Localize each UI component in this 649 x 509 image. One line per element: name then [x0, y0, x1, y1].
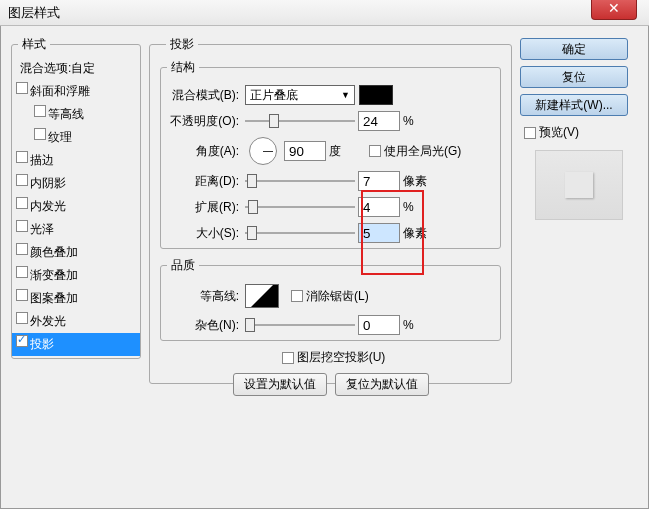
shadow-color-swatch[interactable] — [359, 85, 393, 105]
checkbox-icon — [16, 312, 28, 324]
checkbox-icon — [16, 243, 28, 255]
checkbox-icon — [16, 220, 28, 232]
styles-list-item[interactable]: 颜色叠加 — [12, 241, 140, 264]
list-item-label: 混合选项:自定 — [20, 61, 95, 75]
distance-row: 距离(D): 像素 — [161, 170, 500, 192]
angle-label: 角度(A): — [161, 143, 245, 160]
blend-mode-row: 混合模式(B): 正片叠底 ▼ — [161, 84, 500, 106]
blend-mode-combo[interactable]: 正片叠底 ▼ — [245, 85, 355, 105]
checkbox-checked-icon — [282, 352, 294, 364]
spread-row: 扩展(R): % — [161, 196, 500, 218]
size-row: 大小(S): 像素 — [161, 222, 500, 244]
styles-legend: 样式 — [18, 36, 50, 53]
list-item-label: 投影 — [30, 337, 54, 351]
list-item-label: 等高线 — [48, 107, 84, 121]
size-input[interactable] — [358, 223, 400, 243]
close-icon: ✕ — [608, 0, 620, 16]
styles-list-item[interactable]: 纹理 — [12, 126, 140, 149]
reset-button[interactable]: 复位 — [520, 66, 628, 88]
blend-mode-label: 混合模式(B): — [161, 87, 245, 104]
distance-slider[interactable] — [245, 174, 355, 188]
list-item-label: 描边 — [30, 153, 54, 167]
knockout-label: 图层挖空投影(U) — [297, 349, 386, 366]
knockout-checkbox[interactable]: 图层挖空投影(U) — [282, 349, 386, 366]
styles-panel: 样式 混合选项:自定斜面和浮雕等高线纹理描边内阴影内发光光泽颜色叠加渐变叠加图案… — [11, 36, 141, 498]
styles-list-item[interactable]: 等高线 — [12, 103, 140, 126]
preview-checkbox[interactable]: 预览(V) — [524, 124, 579, 141]
angle-input[interactable] — [284, 141, 326, 161]
opacity-row: 不透明度(O): % — [161, 110, 500, 132]
noise-label: 杂色(N): — [161, 317, 245, 334]
quality-group: 品质 等高线: 消除锯齿(L) 杂色(N): % — [160, 257, 501, 341]
ok-button[interactable]: 确定 — [520, 38, 628, 60]
opacity-slider[interactable] — [245, 114, 355, 128]
contour-picker[interactable] — [245, 284, 279, 308]
antialias-checkbox[interactable]: 消除锯齿(L) — [291, 288, 369, 305]
size-label: 大小(S): — [161, 225, 245, 242]
styles-list-item[interactable]: 内发光 — [12, 195, 140, 218]
list-item-label: 纹理 — [48, 130, 72, 144]
size-slider[interactable] — [245, 226, 355, 240]
global-light-checkbox[interactable]: 使用全局光(G) — [369, 143, 461, 160]
styles-list-item[interactable]: 描边 — [12, 149, 140, 172]
spread-slider[interactable] — [245, 200, 355, 214]
checkbox-icon — [16, 82, 28, 94]
checkbox-icon — [34, 128, 46, 140]
styles-list-item[interactable]: 内阴影 — [12, 172, 140, 195]
list-item-label: 颜色叠加 — [30, 245, 78, 259]
spread-unit: % — [403, 200, 437, 214]
styles-list-item[interactable]: 外发光 — [12, 310, 140, 333]
list-item-label: 渐变叠加 — [30, 268, 78, 282]
styles-list-item[interactable]: 渐变叠加 — [12, 264, 140, 287]
effect-legend: 投影 — [166, 36, 198, 53]
angle-dial[interactable] — [249, 137, 277, 165]
styles-fieldset: 样式 混合选项:自定斜面和浮雕等高线纹理描边内阴影内发光光泽颜色叠加渐变叠加图案… — [11, 36, 141, 359]
distance-label: 距离(D): — [161, 173, 245, 190]
checkbox-icon — [291, 290, 303, 302]
antialias-label: 消除锯齿(L) — [306, 288, 369, 305]
new-style-button[interactable]: 新建样式(W)... — [520, 94, 628, 116]
contour-row: 等高线: 消除锯齿(L) — [161, 282, 500, 310]
list-item-label: 图案叠加 — [30, 291, 78, 305]
angle-unit: 度 — [329, 143, 363, 160]
preview-swatch — [565, 172, 593, 198]
global-light-label: 使用全局光(G) — [384, 143, 461, 160]
list-item-label: 外发光 — [30, 314, 66, 328]
dialog-body: 样式 混合选项:自定斜面和浮雕等高线纹理描边内阴影内发光光泽颜色叠加渐变叠加图案… — [0, 26, 649, 509]
checkbox-icon — [369, 145, 381, 157]
reset-default-button[interactable]: 复位为默认值 — [335, 373, 429, 396]
size-unit: 像素 — [403, 225, 437, 242]
noise-slider[interactable] — [245, 318, 355, 332]
distance-input[interactable] — [358, 171, 400, 191]
checkbox-icon — [34, 105, 46, 117]
list-item-label: 内阴影 — [30, 176, 66, 190]
checkbox-icon — [16, 151, 28, 163]
noise-input[interactable] — [358, 315, 400, 335]
opacity-input[interactable] — [358, 111, 400, 131]
opacity-label: 不透明度(O): — [161, 113, 245, 130]
preview-label: 预览(V) — [539, 124, 579, 141]
noise-unit: % — [403, 318, 437, 332]
chevron-down-icon: ▼ — [341, 90, 350, 100]
list-item-label: 光泽 — [30, 222, 54, 236]
styles-list-item[interactable]: 图案叠加 — [12, 287, 140, 310]
close-button[interactable]: ✕ — [591, 0, 637, 20]
checkbox-icon — [16, 174, 28, 186]
spread-input[interactable] — [358, 197, 400, 217]
styles-list-item[interactable]: 光泽 — [12, 218, 140, 241]
styles-list-item[interactable]: 投影 — [12, 333, 140, 356]
list-item-label: 斜面和浮雕 — [30, 84, 90, 98]
dialog-title: 图层样式 — [8, 4, 60, 22]
effect-fieldset: 投影 结构 混合模式(B): 正片叠底 ▼ 不透明度(O): — [149, 36, 512, 384]
angle-row: 角度(A): 度 使用全局光(G) — [161, 136, 500, 166]
styles-list-item[interactable]: 斜面和浮雕 — [12, 80, 140, 103]
distance-unit: 像素 — [403, 173, 437, 190]
list-item-label: 内发光 — [30, 199, 66, 213]
checkbox-icon — [16, 289, 28, 301]
opacity-unit: % — [403, 114, 437, 128]
quality-legend: 品质 — [167, 257, 199, 274]
set-default-button[interactable]: 设置为默认值 — [233, 373, 327, 396]
blend-mode-value: 正片叠底 — [250, 87, 298, 104]
knockout-row: 图层挖空投影(U) — [160, 349, 501, 367]
checkbox-icon — [16, 197, 28, 209]
